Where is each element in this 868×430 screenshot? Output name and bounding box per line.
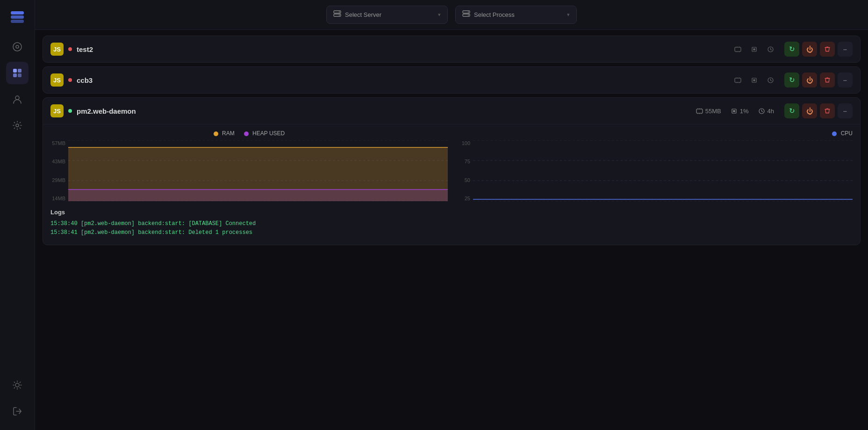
svg-point-10 (16, 124, 19, 127)
collapse-button-ccb3[interactable]: − (838, 73, 853, 87)
ram-chart-wrap: 57MB 43MB 29MB 14MB (50, 140, 448, 201)
power-button-pm2-web-daemon[interactable]: ⏻ (802, 103, 817, 118)
select-process-label: Select Process (474, 11, 563, 18)
svg-rect-24 (735, 78, 741, 82)
select-server-label: Select Server (345, 11, 434, 18)
select-process-dropdown[interactable]: Select Process ▾ (455, 6, 577, 24)
ram-yaxis: 57MB 43MB 29MB 14MB (50, 140, 68, 201)
sidebar (0, 0, 35, 430)
sidebar-item-settings[interactable] (6, 114, 29, 137)
cpu-chart: CPU 100 75 50 25 (455, 130, 853, 201)
process-body-pm2-web-daemon: RAM HEAP USED 57MB 43MB 29MB (43, 124, 860, 245)
svg-rect-0 (11, 11, 24, 15)
delete-button-test2[interactable] (820, 42, 835, 57)
process-meta-test2 (734, 46, 774, 53)
power-button-test2[interactable]: ⏻ (802, 42, 817, 57)
legend-cpu: CPU (832, 130, 853, 137)
process-actions-test2: ↻ ⏻ − (784, 42, 853, 57)
topbar: Select Server ▾ Select Process ▾ (35, 0, 868, 30)
cpu-yaxis: 100 75 50 25 (455, 140, 473, 201)
process-header-test2: JS test2 ↻ ⏻ (43, 36, 860, 62)
sidebar-item-users[interactable] (6, 88, 29, 110)
process-meta-ccb3 (734, 77, 774, 84)
svg-marker-38 (68, 189, 448, 201)
svg-rect-2 (11, 20, 24, 23)
svg-point-11 (15, 383, 19, 387)
svg-point-19 (468, 15, 469, 16)
log-line-1: 15:38:40 [pm2.web-daemon] backend:start:… (50, 219, 853, 228)
collapse-button-test2[interactable]: − (838, 42, 853, 57)
sidebar-item-dashboard[interactable] (6, 62, 29, 84)
legend-ram: RAM (214, 130, 235, 137)
process-name-test2: test2 (77, 45, 730, 53)
meta-uptime-ccb3 (767, 77, 774, 84)
svg-rect-22 (753, 48, 755, 50)
meta-ram-pm2-web-daemon: 55MB (696, 108, 721, 115)
svg-rect-26 (753, 79, 755, 81)
collapse-button-pm2-web-daemon[interactable]: − (838, 103, 853, 118)
meta-uptime-pm2-web-daemon: 4h (758, 108, 774, 115)
refresh-button-test2[interactable]: ↻ (784, 42, 799, 57)
logs-section: Logs 15:38:40 [pm2.web-daemon] backend:s… (50, 209, 853, 237)
sidebar-bottom (6, 374, 29, 423)
cpu-chart-wrap: 100 75 50 25 (455, 140, 853, 201)
delete-button-pm2-web-daemon[interactable] (820, 103, 835, 118)
ram-heap-legend: RAM HEAP USED (50, 130, 448, 137)
process-list: JS test2 ↻ ⏻ (35, 30, 868, 430)
logs-title: Logs (50, 209, 853, 216)
meta-cpu-ccb3 (751, 77, 758, 84)
svg-rect-30 (733, 110, 735, 112)
process-name-ccb3: ccb3 (77, 76, 730, 84)
charts-area: RAM HEAP USED 57MB 43MB 29MB (50, 130, 853, 201)
process-icon (462, 10, 470, 20)
cpu-legend: CPU (455, 130, 853, 137)
svg-rect-6 (18, 69, 22, 73)
process-card-pm2-web-daemon: JS pm2.web-daemon 55MB 1% 4h (43, 97, 861, 245)
process-actions-pm2-web-daemon: ↻ ⏻ − (784, 103, 853, 118)
svg-point-18 (468, 12, 469, 13)
svg-rect-8 (18, 73, 22, 77)
meta-ram-ccb3 (734, 77, 741, 84)
server-icon (333, 10, 341, 20)
process-badge-pm2-web-daemon: JS (50, 104, 64, 117)
legend-heap: HEAP USED (244, 130, 285, 137)
svg-point-9 (15, 96, 19, 100)
meta-ram-test2 (734, 46, 741, 53)
svg-rect-28 (696, 109, 703, 113)
process-badge-ccb3: JS (50, 73, 64, 87)
legend-heap-dot (244, 131, 249, 136)
select-process-chevron: ▾ (567, 12, 570, 18)
cpu-svg-wrap (473, 140, 853, 201)
svg-point-15 (339, 15, 340, 16)
main-area: Select Server ▾ Select Process ▾ JS t (35, 0, 868, 430)
ram-value-pm2-web-daemon: 55MB (705, 108, 721, 115)
legend-ram-dot (214, 131, 218, 136)
sidebar-item-logout[interactable] (6, 400, 29, 423)
refresh-button-ccb3[interactable]: ↻ (784, 73, 799, 87)
power-button-ccb3[interactable]: ⏻ (802, 73, 817, 87)
select-server-chevron: ▾ (438, 12, 441, 18)
svg-rect-20 (735, 47, 741, 51)
svg-point-4 (16, 45, 19, 48)
meta-uptime-test2 (767, 46, 774, 53)
process-name-pm2-web-daemon: pm2.web-daemon (77, 107, 691, 115)
uptime-value-pm2-web-daemon: 4h (768, 108, 774, 115)
cpu-svg (473, 140, 853, 201)
svg-point-14 (339, 12, 340, 13)
process-meta-pm2-web-daemon: 55MB 1% 4h (696, 108, 774, 115)
select-server-dropdown[interactable]: Select Server ▾ (326, 6, 448, 24)
ram-svg (68, 140, 448, 201)
process-actions-ccb3: ↻ ⏻ − (784, 73, 853, 87)
ram-svg-wrap (68, 140, 448, 201)
delete-button-ccb3[interactable] (820, 73, 835, 87)
process-badge-test2: JS (50, 43, 64, 56)
app-logo (8, 7, 27, 26)
refresh-button-pm2-web-daemon[interactable]: ↻ (784, 103, 799, 118)
process-card-ccb3: JS ccb3 ↻ ⏻ (43, 66, 861, 94)
svg-rect-7 (13, 73, 17, 77)
sidebar-item-monitor[interactable] (6, 36, 29, 58)
meta-cpu-pm2-web-daemon: 1% (731, 108, 749, 115)
sidebar-item-theme[interactable] (6, 374, 29, 396)
legend-cpu-dot (832, 131, 837, 136)
log-line-2: 15:38:41 [pm2.web-daemon] backend:start:… (50, 228, 853, 237)
